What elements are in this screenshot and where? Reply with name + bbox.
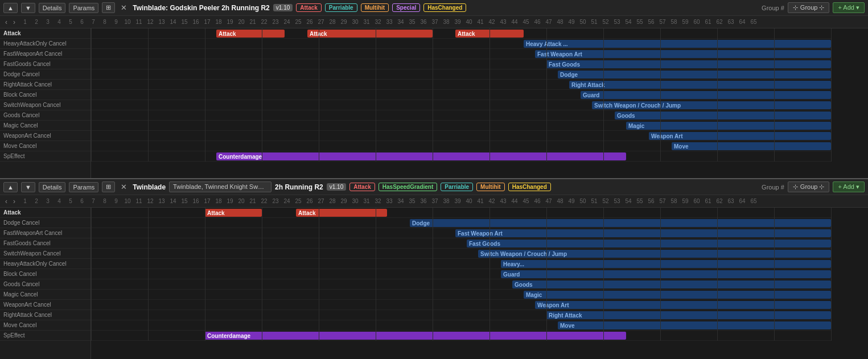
block-5: Fast Goods xyxy=(546,60,831,68)
panel2-add-btn[interactable]: + Add ▾ xyxy=(833,181,865,192)
panel1-tag-multihit[interactable]: Multihit xyxy=(361,3,389,12)
panel1-group-hash: Group # xyxy=(762,5,784,11)
group2-icon: ⊹ xyxy=(793,183,798,191)
frame-num-12: 12 xyxy=(145,198,156,204)
frame-num-64: 64 xyxy=(737,19,748,25)
frame-num-10: 10 xyxy=(122,19,133,25)
frame-num-30: 30 xyxy=(349,198,361,204)
frame-num-6: 6 xyxy=(76,19,88,25)
panel1-prev-btn[interactable]: ‹ xyxy=(3,18,9,26)
frame-num-53: 53 xyxy=(611,19,623,25)
row-label-2: FastWeaponArt Cancel xyxy=(0,49,90,59)
frame-num-44: 44 xyxy=(509,198,520,204)
row-label-6: Block Cancel xyxy=(0,269,90,279)
row-label-1: HeavyAttackOnly Cancel xyxy=(0,39,90,49)
frame-num-59: 59 xyxy=(680,19,691,25)
panel1-nav: ‹ › 123456789101112131415161718192021222… xyxy=(0,16,868,28)
panel2-down-btn[interactable]: ▼ xyxy=(21,182,35,192)
panel1-tag-special[interactable]: Special xyxy=(392,3,420,12)
frame-num-21: 21 xyxy=(247,19,258,25)
panel1-params-btn[interactable]: Params xyxy=(69,3,98,13)
frame-num-60: 60 xyxy=(691,198,702,204)
panel2-tag-parriable[interactable]: Parriable xyxy=(441,183,473,191)
frame-num-48: 48 xyxy=(554,19,566,25)
panel1-tag-parriable[interactable]: Parriable xyxy=(325,3,357,12)
frame-num-13: 13 xyxy=(156,198,167,204)
panel2-details-btn[interactable]: Details xyxy=(39,182,66,192)
panel1-details-btn[interactable]: Details xyxy=(39,3,66,13)
panel2-up-btn[interactable]: ▲ xyxy=(3,182,18,192)
grid-row-11: Move xyxy=(91,141,831,151)
frame-num-49: 49 xyxy=(566,198,577,204)
frame-num-1: 1 xyxy=(19,19,31,25)
row-label-0: Attack xyxy=(0,28,90,39)
panel2-params-btn[interactable]: Params xyxy=(69,182,98,192)
panel1-add-btn[interactable]: + Add ▾ xyxy=(833,2,865,13)
frame-num-29: 29 xyxy=(338,19,349,25)
frame-num-3: 3 xyxy=(42,198,54,204)
block-3: Heavy Attack ... xyxy=(524,40,831,48)
block-5: Dodge xyxy=(410,219,831,227)
block-14: Counterdamage xyxy=(216,152,626,160)
grid-row-6: Guard xyxy=(91,269,831,279)
frame-num-26: 26 xyxy=(304,19,315,25)
frame-num-15: 15 xyxy=(179,19,190,25)
grid-row-8: Magic xyxy=(91,290,831,300)
panel2-tag-attack[interactable]: Attack xyxy=(349,183,375,191)
panel2-close-btn[interactable]: ✕ xyxy=(118,183,129,191)
frame-num-17: 17 xyxy=(201,198,213,204)
panel1-resize-btn[interactable]: ⊞ xyxy=(102,2,115,13)
panel2-next-btn[interactable]: › xyxy=(11,197,17,205)
grid-row-10: Right Attack xyxy=(91,310,831,320)
block-2: Fast Weapon Art xyxy=(455,229,831,237)
row-label-7: Goods Cancel xyxy=(0,279,90,290)
frame-num-4: 4 xyxy=(54,198,65,204)
block-11: Magic xyxy=(626,122,831,130)
frame-num-15: 15 xyxy=(179,198,190,204)
panel1-group-btn[interactable]: ⊹ Group ⊹ xyxy=(788,2,830,13)
panel2-prev-btn[interactable]: ‹ xyxy=(3,197,9,205)
panel2-tag-haschanged[interactable]: HasChanged xyxy=(508,183,551,191)
frame-num-54: 54 xyxy=(623,19,634,25)
frame-num-20: 20 xyxy=(236,19,247,25)
panel2-weapon-dropdown[interactable]: Twinblade, Twinned Knight Swo... ▾ xyxy=(169,181,271,192)
grid-row-2: Fast Weapon Art xyxy=(91,228,831,238)
frame-num-32: 32 xyxy=(372,19,384,25)
panel1-close-btn[interactable]: ✕ xyxy=(118,3,129,12)
frame-num-52: 52 xyxy=(600,198,611,204)
frame-num-46: 46 xyxy=(532,19,543,25)
frame-num-27: 27 xyxy=(315,198,327,204)
frame-num-56: 56 xyxy=(645,19,657,25)
frame-num-30: 30 xyxy=(349,19,361,25)
grid-row-4: Switch Weapon / Crouch / Jump xyxy=(91,249,831,259)
frame-num-17: 17 xyxy=(201,19,213,25)
panel1-up-btn[interactable]: ▲ xyxy=(3,3,18,13)
block-7: Guard xyxy=(501,270,831,278)
panel1-next-btn[interactable]: › xyxy=(11,18,17,26)
panel2-resize-btn[interactable]: ⊞ xyxy=(102,181,115,192)
panel2-tag-speedgradient[interactable]: HasSpeedGradient xyxy=(379,183,437,191)
panel1-toolbar: ▲ ▼ Details Params ⊞ ✕ Twinblade: Godski… xyxy=(0,0,868,16)
row-label-4: Dodge Cancel xyxy=(0,69,90,80)
frame-num-55: 55 xyxy=(634,19,645,25)
block-1: Attack xyxy=(307,30,433,38)
panel1-tag-attack[interactable]: Attack xyxy=(296,3,322,12)
frame-num-37: 37 xyxy=(429,198,441,204)
row-label-4: SwitchWeapon Cancel xyxy=(0,249,90,259)
frame-num-37: 37 xyxy=(429,19,441,25)
frame-num-45: 45 xyxy=(520,19,532,25)
block-11: Right Attack xyxy=(546,311,831,319)
panel1-tag-haschanged[interactable]: HasChanged xyxy=(423,3,466,12)
block-6: Heavy... xyxy=(501,260,831,268)
frame-num-27: 27 xyxy=(315,19,327,25)
panel2-tag-multihit[interactable]: Multihit xyxy=(476,183,505,191)
frame-num-49: 49 xyxy=(566,19,577,25)
panel2-title: Twinblade xyxy=(133,183,166,191)
panel1-down-btn[interactable]: ▼ xyxy=(21,3,35,13)
frame-num-6: 6 xyxy=(76,198,88,204)
frame-num-39: 39 xyxy=(452,198,463,204)
frame-num-13: 13 xyxy=(156,19,167,25)
weapon-dropdown-icon: ▾ xyxy=(268,183,271,190)
panel2-group-btn[interactable]: ⊹ Group ⊹ xyxy=(788,181,830,192)
row-label-5: HeavyAttackOnly Cancel xyxy=(0,259,90,269)
